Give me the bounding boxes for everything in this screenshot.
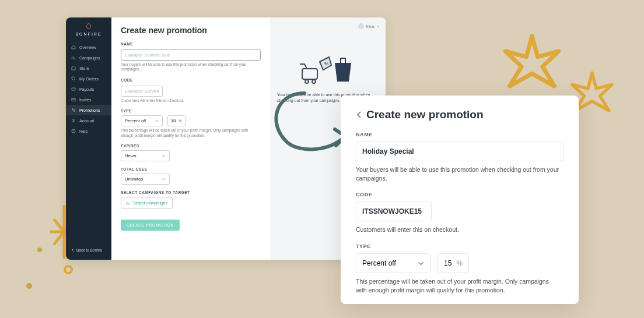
total-uses-label: TOTAL USES: [121, 167, 261, 171]
store-icon: [71, 66, 76, 70]
promo-illustration: %: [277, 51, 379, 84]
detail-title: Create new promotion: [366, 108, 484, 121]
nav: Overview Campaigns Store My Orders Payou…: [66, 42, 111, 136]
select-campaigns-label: Select campaigns: [133, 200, 167, 206]
tag-icon: [71, 76, 76, 81]
user-menu[interactable]: Elise: [358, 23, 380, 29]
chart-icon: [126, 201, 131, 206]
form-column: Create new promotion NAME Your buyers wi…: [111, 17, 270, 260]
svg-point-7: [74, 111, 75, 111]
sidebar-item-payouts[interactable]: Payouts: [66, 84, 111, 94]
sidebar-item-account[interactable]: Account: [66, 115, 111, 126]
type-value: 10: [171, 118, 176, 123]
svg-rect-10: [302, 69, 317, 79]
brand-logo-icon: [85, 22, 93, 30]
type-hint: This percentage will be taken out of you…: [121, 128, 255, 138]
type-label: TYPE: [121, 109, 261, 113]
sidebar-item-label: Payouts: [79, 87, 94, 91]
sidebar-item-store[interactable]: Store: [66, 63, 111, 73]
sidebar-item-promotions[interactable]: Promotions: [66, 105, 111, 115]
select-campaigns-button[interactable]: Select campaigns: [121, 197, 173, 209]
detail-code-label: CODE: [356, 192, 564, 197]
chevron-down-icon: [162, 177, 166, 181]
sidebar-item-label: Store: [79, 66, 89, 70]
svg-point-12: [312, 80, 316, 83]
svg-text:%: %: [324, 61, 328, 66]
detail-type-select[interactable]: Percent off: [356, 253, 430, 273]
detail-card: Create new promotion NAME Your buyers wi…: [341, 96, 579, 304]
svg-rect-4: [72, 88, 75, 90]
help-icon: [71, 129, 76, 133]
code-label: CODE: [121, 78, 261, 82]
svg-point-8: [73, 119, 75, 121]
sidebar-item-label: Help: [79, 129, 88, 133]
sidebar-item-label: Overview: [79, 45, 96, 50]
name-hint: Your buyers will be able to use this pro…: [121, 62, 261, 72]
sidebar-item-label: Invites: [79, 98, 91, 102]
expires-value: Never: [125, 153, 136, 158]
chart-icon: [71, 55, 76, 60]
chevron-down-icon: [162, 154, 166, 158]
sidebar-item-my-orders[interactable]: My Orders: [66, 73, 111, 84]
detail-name-label: NAME: [356, 132, 564, 137]
detail-type-value: Percent off: [362, 259, 396, 267]
chevron-down-icon: [376, 25, 380, 28]
type-select-value: Percent off: [125, 118, 146, 123]
sidebar-item-label: My Orders: [79, 77, 99, 81]
type-select[interactable]: Percent off: [121, 115, 163, 126]
name-input[interactable]: [121, 50, 261, 61]
percent-icon: [71, 108, 76, 112]
name-label: NAME: [121, 42, 261, 46]
sidebar-item-label: Campaigns: [79, 56, 100, 60]
sidebar-item-campaigns[interactable]: Campaigns: [66, 52, 111, 63]
total-uses-value: Unlimited: [125, 176, 143, 182]
expires-label: EXPIRES: [121, 144, 261, 148]
back-label: Back to Bonfire: [76, 248, 102, 252]
detail-name-hint: Your buyers will be able to use this pro…: [356, 165, 564, 182]
chevron-down-icon: [418, 261, 424, 266]
chevron-left-icon: [71, 248, 74, 252]
svg-point-6: [72, 109, 73, 109]
back-to-bonfire[interactable]: Back to Bonfire: [66, 245, 111, 255]
brand: BONFIRE: [66, 22, 111, 36]
sidebar-item-help[interactable]: Help: [66, 126, 111, 136]
chevron-down-icon: [155, 119, 159, 123]
total-uses-select[interactable]: Unlimited: [121, 174, 170, 185]
sidebar-item-overview[interactable]: Overview: [66, 42, 111, 52]
create-promotion-button[interactable]: CREATE PROMOTION: [121, 220, 180, 231]
type-value-box[interactable]: 10 %: [167, 115, 186, 126]
code-input[interactable]: [121, 86, 163, 97]
back-button[interactable]: [356, 111, 362, 119]
app-window: BONFIRE Overview Campaigns Store My Orde…: [66, 17, 386, 260]
target-label: SELECT CAMPAIGNS TO TARGET: [121, 190, 261, 195]
home-icon: [71, 45, 76, 50]
page-title: Create new promotion: [121, 26, 261, 35]
detail-type-number: 15: [444, 259, 452, 267]
svg-point-11: [305, 80, 309, 83]
detail-code-input[interactable]: [356, 202, 432, 221]
expires-select[interactable]: Never: [121, 150, 170, 161]
detail-type-unit: %: [456, 259, 463, 267]
detail-type-hint: This percentage will be taken out of you…: [356, 277, 554, 294]
wallet-icon: [71, 87, 76, 91]
user-name: Elise: [366, 24, 374, 29]
sidebar-item-label: Promotions: [79, 108, 100, 112]
type-unit: %: [178, 118, 182, 123]
detail-type-value-box[interactable]: 15 %: [438, 253, 469, 273]
mail-icon: [71, 97, 76, 102]
user-icon: [71, 118, 76, 123]
sidebar-item-label: Account: [79, 119, 94, 123]
avatar: [358, 23, 364, 29]
detail-code-hint: Customers will enter this on checkout.: [356, 225, 564, 234]
sidebar: BONFIRE Overview Campaigns Store My Orde…: [66, 17, 111, 260]
detail-type-label: TYPE: [356, 243, 564, 249]
sidebar-item-invites[interactable]: Invites: [66, 94, 111, 105]
detail-name-input[interactable]: [356, 142, 564, 161]
code-hint: Customers will enter this on checkout.: [121, 98, 261, 103]
brand-name: BONFIRE: [75, 32, 102, 36]
